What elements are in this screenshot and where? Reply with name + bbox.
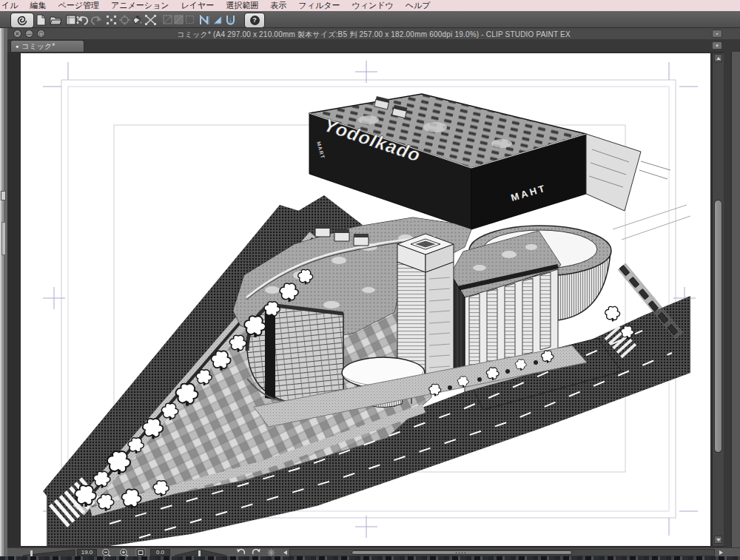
horizontal-scroll-thumb[interactable] <box>352 550 572 555</box>
vertical-scroll-thumb[interactable] <box>714 200 722 453</box>
scroll-down-icon[interactable] <box>714 536 722 544</box>
menu-bar: イル 編集 ページ管理 アニメーション レイヤー 選択範囲 表示 フィルター ウ… <box>0 0 740 11</box>
scroll-grip-icon <box>456 552 466 555</box>
right-panel-sliver <box>731 52 740 547</box>
menu-view[interactable]: 表示 <box>270 0 286 11</box>
status-bar: 19.0 0.0 <box>7 547 740 556</box>
menu-file-partial[interactable]: イル <box>1 0 18 11</box>
clip-studio-logo-icon[interactable] <box>10 13 34 28</box>
snap-disabled-1-icon[interactable] <box>163 13 172 27</box>
redo-icon[interactable] <box>90 13 103 27</box>
document-title-bar: ✕ — ▢ コミック* (A4 297.00 x 210.00mm 製本サイズ:… <box>7 28 740 39</box>
menu-selection[interactable]: 選択範囲 <box>226 0 258 11</box>
rotation-value[interactable]: 0.0 <box>150 549 170 556</box>
menu-layer[interactable]: レイヤー <box>181 0 215 11</box>
menu-help[interactable]: ヘルプ <box>406 0 431 11</box>
modified-indicator-icon: ● <box>16 44 18 49</box>
main-toolbar: ? <box>0 11 740 28</box>
move-icon[interactable] <box>118 13 130 27</box>
menu-filter[interactable]: フィルター <box>298 0 340 11</box>
left-panel-scroll-thumb[interactable] <box>1 222 6 255</box>
canvas-viewport[interactable]: YodoIkado MAHT MART <box>21 53 710 546</box>
menu-page-manage[interactable]: ページ管理 <box>58 0 100 11</box>
menu-window[interactable]: ウィンドウ <box>352 0 393 11</box>
menu-edit[interactable]: 編集 <box>30 0 47 11</box>
left-panel-tool-icon[interactable] <box>1 191 6 200</box>
document-tab-bar: ● コミック* ▾ <box>7 39 740 52</box>
new-file-icon[interactable] <box>36 13 46 27</box>
page-artwork: YodoIkado MAHT MART <box>21 53 710 546</box>
desktop-strip <box>0 556 740 560</box>
undo-icon[interactable] <box>75 13 89 27</box>
scale-rotate-icon[interactable] <box>105 13 117 27</box>
scroll-up-icon[interactable] <box>714 54 722 62</box>
snap-to-grid-icon[interactable] <box>225 13 236 27</box>
document-tab[interactable]: ● コミック* <box>10 40 84 52</box>
open-file-icon[interactable] <box>49 13 62 27</box>
vertical-scrollbar[interactable] <box>712 53 724 546</box>
snap-to-special-ruler-icon[interactable] <box>212 13 223 27</box>
free-transform-icon[interactable] <box>144 13 156 27</box>
snap-to-ruler-icon[interactable] <box>199 13 210 27</box>
horizontal-scrollbar[interactable] <box>289 549 715 556</box>
titlebar-panel-button[interactable]: ▪ <box>712 30 722 38</box>
menu-animation[interactable]: アニメーション <box>111 0 169 11</box>
window-title: コミック* (A4 297.00 x 210.00mm 製本サイズ:B5 判 2… <box>7 30 740 40</box>
zoom-value[interactable]: 19.0 <box>77 549 97 556</box>
snap-disabled-3-icon[interactable] <box>185 13 195 27</box>
snap-disabled-2-icon[interactable] <box>174 13 184 27</box>
left-panel-sliver <box>0 28 7 556</box>
tabbar-panel-button[interactable]: ▾ <box>712 41 722 50</box>
fill-ink-icon[interactable] <box>131 13 143 27</box>
document-tab-label: コミック* <box>21 41 55 52</box>
help-icon[interactable]: ? <box>244 13 265 28</box>
